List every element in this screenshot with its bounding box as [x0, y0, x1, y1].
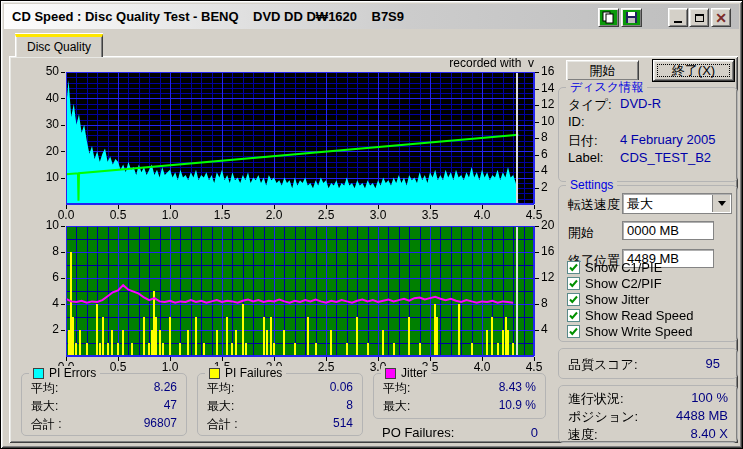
pi-errors-chart	[25, 56, 555, 224]
check-icon	[568, 310, 579, 321]
client-area: Disc Quality PI Errors 平均:8.26 最大:47 合計 …	[4, 29, 739, 445]
check-icon	[568, 262, 579, 273]
field-value: 4 February 2005	[620, 132, 715, 150]
stat-label: 最大:	[207, 398, 234, 415]
position-label: ポジション:	[568, 408, 638, 426]
legend-title-text: Jitter	[401, 366, 427, 380]
tab-label: Disc Quality	[27, 40, 91, 54]
close-icon: ✕	[715, 11, 727, 25]
pi-failures-legend: PI Failures 平均:0.06 最大:8 合計 :514	[197, 373, 363, 436]
title-bar: CD Speed : Disc Quality Test - BENQ DVD …	[4, 4, 739, 29]
checkbox-show-c1-pie[interactable]: Show C1/PIE	[567, 260, 662, 275]
close-button[interactable]: ✕	[711, 8, 731, 27]
copy-icon	[602, 11, 615, 24]
stat-value: 47	[164, 398, 177, 415]
quality-score-label: 品質スコア:	[568, 356, 638, 374]
speed-value: 8.40 X	[690, 426, 728, 444]
chevron-down-icon[interactable]	[712, 195, 730, 212]
pi-failures-jitter-chart	[25, 219, 555, 373]
minimize-icon	[674, 21, 682, 23]
settings-title: Settings	[566, 178, 617, 192]
maximize-icon	[695, 14, 704, 22]
checkbox-box	[567, 277, 580, 290]
tab-disc-quality[interactable]: Disc Quality	[15, 34, 103, 57]
jitter-legend: Jitter 平均:8.43 % 最大:10.9 %	[373, 373, 546, 419]
po-failures-value: 0	[531, 425, 538, 440]
copy-button[interactable]	[598, 8, 619, 27]
stat-label: 最大:	[31, 398, 58, 415]
stat-value: 10.9 %	[499, 398, 536, 415]
po-failures-row: PO Failures: 0	[382, 425, 538, 440]
stat-label: 平均:	[207, 380, 234, 397]
checkbox-label: Show Jitter	[585, 292, 649, 307]
pi-failures-legend-title: PI Failures	[205, 366, 286, 380]
stat-label: 平均:	[31, 380, 58, 397]
field-value: CDS_TEST_B2	[620, 150, 711, 165]
exit-button[interactable]: 終了(X)	[653, 60, 734, 81]
po-failures-label: PO Failures:	[382, 425, 454, 440]
checkbox-label: Show Write Speed	[585, 324, 692, 339]
stat-value: 8.26	[154, 380, 177, 397]
start-position-value: 0000 MB	[627, 223, 679, 238]
speed-label: 速度:	[568, 426, 598, 444]
stat-label: 合計 :	[31, 416, 62, 433]
checkbox-show-c2-pif[interactable]: Show C2/PIF	[567, 276, 662, 291]
window-title: CD Speed : Disc Quality Test - BENQ DVD …	[4, 9, 404, 24]
disc-info-group: ディスク情報 タイプ:DVD-R ID: 日付:4 February 2005 …	[558, 87, 738, 182]
checkbox-label: Show Read Speed	[585, 308, 693, 323]
checkbox-box	[567, 309, 580, 322]
pi-errors-legend: PI Errors 平均:8.26 最大:47 合計 :96807	[21, 373, 187, 436]
stat-value: 96807	[144, 416, 177, 433]
disc-info-title: ディスク情報	[566, 80, 647, 94]
maximize-button[interactable]	[689, 8, 709, 27]
stat-label: 平均:	[383, 380, 410, 397]
start-position-label: 開始	[568, 224, 594, 242]
jitter-swatch-icon	[385, 368, 396, 379]
start-button[interactable]: 開始	[566, 60, 639, 81]
field-label: ID:	[568, 114, 620, 129]
transfer-speed-value: 最大	[627, 195, 653, 213]
pi-failures-swatch-icon	[209, 368, 220, 379]
checkbox-label: Show C2/PIF	[585, 276, 662, 291]
jitter-legend-title: Jitter	[381, 366, 431, 380]
stat-label: 合計 :	[207, 416, 238, 433]
pi-errors-legend-title: PI Errors	[29, 366, 100, 380]
checkbox-box	[567, 325, 580, 338]
start-position-input[interactable]: 0000 MB	[622, 221, 714, 240]
field-value: DVD-R	[620, 96, 661, 114]
app-window: CD Speed : Disc Quality Test - BENQ DVD …	[0, 0, 743, 449]
transfer-speed-label: 転送速度	[568, 196, 620, 214]
save-icon	[625, 11, 638, 24]
pi-errors-swatch-icon	[33, 368, 44, 379]
checkbox-box	[567, 293, 580, 306]
stat-value: 0.06	[330, 380, 353, 397]
quality-score-value: 95	[706, 356, 728, 374]
minimize-button[interactable]	[668, 8, 688, 27]
checkbox-label: Show C1/PIE	[585, 260, 662, 275]
legend-title-text: PI Errors	[49, 366, 96, 380]
transfer-speed-select[interactable]: 最大	[622, 193, 732, 214]
quality-score-group: 品質スコア: 95	[558, 348, 738, 379]
checkbox-show-write-speed[interactable]: Show Write Speed	[567, 324, 692, 339]
check-icon	[568, 326, 579, 337]
start-button-label: 開始	[590, 62, 616, 80]
legend-title-text: PI Failures	[225, 366, 282, 380]
save-button[interactable]	[621, 8, 642, 27]
check-icon	[568, 294, 579, 305]
progress-group: 進行状況:100 % ポジション:4488 MB 速度:8.40 X	[558, 385, 738, 443]
field-label: タイプ:	[568, 96, 620, 114]
settings-group: Settings 転送速度 最大 開始 0000 MB 終了位置 4489 MB…	[558, 185, 738, 342]
stat-value: 8	[346, 398, 353, 415]
stat-value: 8.43 %	[499, 380, 536, 397]
stat-value: 514	[333, 416, 353, 433]
checkbox-show-read-speed[interactable]: Show Read Speed	[567, 308, 693, 323]
checkbox-box	[567, 261, 580, 274]
stat-label: 最大:	[383, 398, 410, 415]
check-icon	[568, 278, 579, 289]
progress-label: 進行状況:	[568, 390, 624, 408]
field-label: Label:	[568, 150, 620, 165]
position-value: 4488 MB	[676, 408, 728, 426]
field-label: 日付:	[568, 132, 620, 150]
exit-button-label: 終了(X)	[672, 62, 715, 80]
checkbox-show-jitter[interactable]: Show Jitter	[567, 292, 649, 307]
